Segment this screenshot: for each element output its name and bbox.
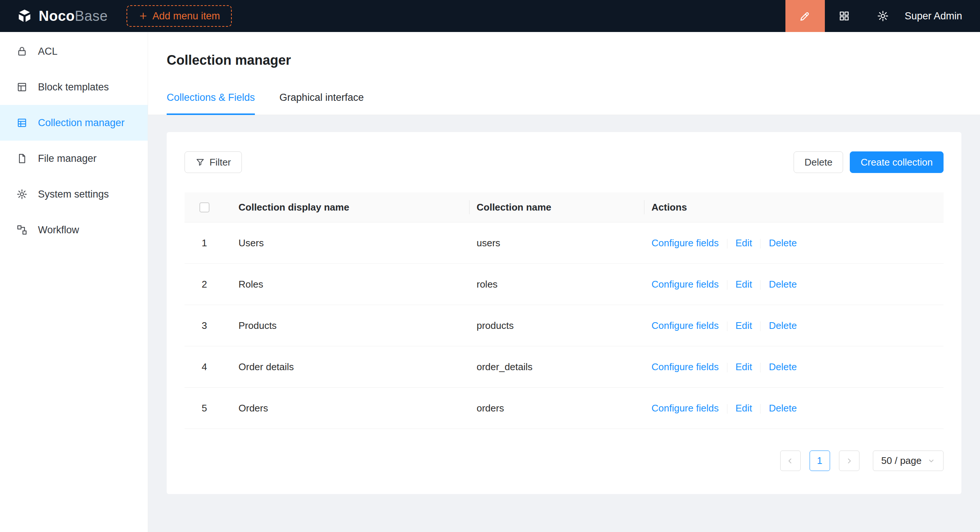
table-row: 2 Roles roles Configure fieldsEditDelete (185, 264, 943, 305)
collection-display-name: Roles (239, 279, 477, 290)
chevron-left-icon (786, 457, 794, 465)
collection-name: products (477, 320, 651, 332)
plugins-grid-button[interactable] (825, 0, 864, 32)
pagination: 1 50 / page (185, 451, 943, 471)
page-size-value: 50 / page (881, 455, 921, 467)
delete-link[interactable]: Delete (769, 320, 797, 331)
card-toolbar: Filter Delete Create collection (185, 151, 943, 173)
column-header-collection-name: Collection name (477, 192, 651, 222)
collection-display-name: Users (239, 237, 477, 249)
collections-table: Collection display name Collection name … (185, 192, 943, 429)
collection-name: users (477, 237, 651, 249)
sidebar-item-label: File manager (38, 153, 97, 164)
tab-bar: Collections & Fields Graphical interface (167, 92, 980, 114)
gear-icon (877, 10, 889, 22)
row-index: 5 (185, 403, 239, 414)
sidebar-item-workflow[interactable]: Workflow (0, 212, 148, 248)
row-index: 3 (185, 320, 239, 332)
row-actions: Configure fieldsEditDelete (651, 320, 943, 332)
settings-gear-button[interactable] (864, 0, 902, 32)
add-menu-item-button[interactable]: Add menu item (127, 5, 232, 27)
edit-link[interactable]: Edit (735, 361, 752, 372)
sidebar-item-block-templates[interactable]: Block templates (0, 69, 148, 105)
row-index: 4 (185, 361, 239, 373)
prev-page-button[interactable] (780, 451, 801, 471)
brand-base: Base (75, 8, 108, 24)
toolbar-right: Delete Create collection (794, 151, 943, 173)
configure-fields-link[interactable]: Configure fields (651, 237, 719, 249)
table-header-row: Collection display name Collection name … (185, 192, 943, 222)
collection-name: orders (477, 403, 651, 414)
row-index: 2 (185, 279, 239, 290)
tab-label: Graphical interface (279, 92, 364, 103)
edit-link[interactable]: Edit (735, 237, 752, 249)
table-row: 5 Orders orders Configure fieldsEditDele… (185, 387, 943, 429)
page-header: Collection manager Collections & Fields … (148, 32, 980, 115)
layout-icon (16, 81, 27, 93)
page-title: Collection manager (167, 53, 980, 68)
collection-name: order_details (477, 361, 651, 373)
table-row: 1 Users users Configure fieldsEditDelete (185, 222, 943, 264)
row-actions: Configure fieldsEditDelete (651, 361, 943, 373)
ui-editor-button[interactable] (786, 0, 825, 32)
configure-fields-link[interactable]: Configure fields (651, 279, 719, 290)
action-divider (760, 363, 760, 372)
add-menu-item-label: Add menu item (153, 10, 220, 22)
action-divider (760, 321, 760, 331)
chevron-down-icon (928, 457, 935, 465)
user-menu[interactable]: Super Admin (904, 10, 962, 22)
tab-graphical-interface[interactable]: Graphical interface (279, 92, 364, 114)
configure-fields-link[interactable]: Configure fields (651, 361, 719, 372)
collection-display-name: Order details (239, 361, 477, 373)
action-divider (760, 239, 760, 249)
nocobase-logo-icon (16, 8, 33, 24)
action-divider (760, 280, 760, 290)
delete-link[interactable]: Delete (769, 279, 797, 290)
configure-fields-link[interactable]: Configure fields (651, 403, 719, 414)
delete-button[interactable]: Delete (794, 151, 843, 173)
chevron-right-icon (845, 457, 853, 465)
sidebar-item-label: ACL (38, 46, 58, 57)
table-row: 4 Order details order_details Configure … (185, 346, 943, 387)
edit-link[interactable]: Edit (735, 320, 752, 331)
current-page: 1 (817, 455, 822, 467)
gear-icon (16, 189, 27, 200)
action-divider (727, 321, 727, 331)
action-divider (727, 280, 727, 290)
sidebar-item-label: System settings (38, 189, 109, 200)
collections-card: Filter Delete Create collection Col (167, 132, 961, 494)
grid-icon (838, 10, 850, 22)
sidebar-item-file-manager[interactable]: File manager (0, 141, 148, 176)
sidebar-item-label: Block templates (38, 81, 109, 93)
column-header-actions: Actions (651, 192, 943, 222)
row-index: 1 (185, 237, 239, 249)
configure-fields-link[interactable]: Configure fields (651, 320, 719, 331)
delete-link[interactable]: Delete (769, 237, 797, 249)
collection-display-name: Orders (239, 403, 477, 414)
collection-name: roles (477, 279, 651, 290)
sidebar-item-label: Workflow (38, 224, 79, 236)
sidebar-item-label: Collection manager (38, 117, 125, 129)
edit-link[interactable]: Edit (735, 279, 752, 290)
highlighter-icon (799, 10, 811, 22)
plus-icon (138, 11, 148, 21)
action-divider (727, 239, 727, 249)
delete-link[interactable]: Delete (769, 361, 797, 372)
table-icon (16, 117, 27, 129)
tab-collections-fields[interactable]: Collections & Fields (167, 92, 255, 114)
sidebar-item-collection-manager[interactable]: Collection manager (0, 105, 148, 141)
select-all-checkbox[interactable] (199, 202, 210, 213)
action-divider (760, 404, 760, 414)
sidebar-item-acl[interactable]: ACL (0, 33, 148, 69)
sidebar-item-system-settings[interactable]: System settings (0, 176, 148, 212)
column-header-display-name: Collection display name (239, 192, 477, 222)
create-collection-button[interactable]: Create collection (850, 151, 943, 173)
filter-button[interactable]: Filter (185, 151, 242, 173)
next-page-button[interactable] (839, 451, 859, 471)
page-1-button[interactable]: 1 (810, 451, 830, 471)
file-icon (16, 153, 27, 164)
delete-link[interactable]: Delete (769, 403, 797, 414)
row-actions: Configure fieldsEditDelete (651, 279, 943, 290)
edit-link[interactable]: Edit (735, 403, 752, 414)
page-size-select[interactable]: 50 / page (873, 451, 943, 471)
